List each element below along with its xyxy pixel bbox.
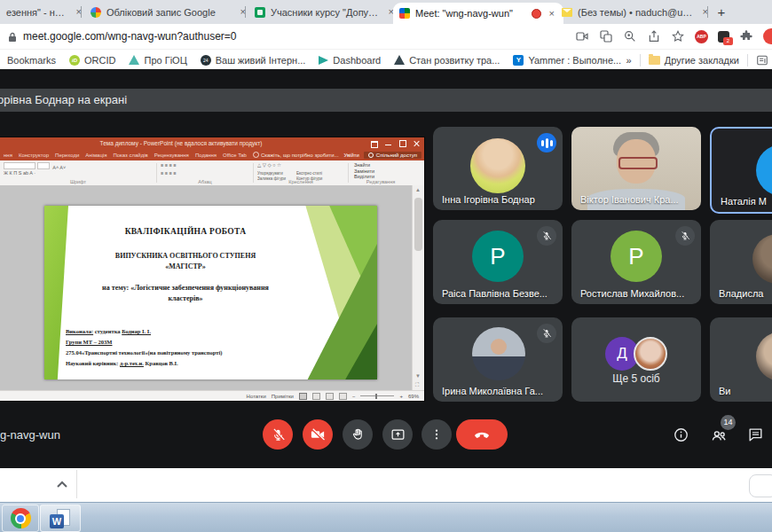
camera-icon[interactable] xyxy=(575,29,589,43)
edge-button[interactable] xyxy=(749,474,772,497)
ribbon-tab-review[interactable]: Рецензування xyxy=(154,153,189,158)
present-button[interactable] xyxy=(382,419,413,450)
participant-name: Віктор Іванович Кра... xyxy=(580,194,696,205)
sign-in-button[interactable]: Увійти xyxy=(343,153,358,158)
avatar xyxy=(470,138,525,193)
bookmarks-overflow-button[interactable]: » xyxy=(626,55,632,66)
slide-subtitle: ВИПУСКНИКА ОСВІТНЬОГО СТУПЕНЯ xyxy=(75,252,296,260)
slideshow-view-icon[interactable] xyxy=(339,393,347,400)
bottom-panel xyxy=(0,468,772,502)
more-options-button[interactable] xyxy=(421,419,452,450)
browser-tab-1[interactable]: езення" - навча × xyxy=(0,0,91,24)
bookmark-orcid[interactable]: iD ORCID xyxy=(69,55,115,66)
bookmark-gioc[interactable]: Про ГіОЦ xyxy=(129,55,186,66)
maximize-icon[interactable] xyxy=(396,137,410,149)
info-button[interactable] xyxy=(673,426,689,443)
translate-icon[interactable] xyxy=(599,29,613,43)
dark-extension-icon[interactable]: 2 xyxy=(718,31,729,43)
participant-name: Наталія М xyxy=(721,196,772,207)
collapse-chevron-icon[interactable] xyxy=(55,479,69,489)
slide-group-line: Групи МТ – 203М xyxy=(66,339,112,345)
comments-button[interactable]: Примітки xyxy=(272,394,294,399)
tab-title: Обліковий запис Google xyxy=(106,7,232,18)
zoom-slider[interactable] xyxy=(360,395,394,396)
zoom-out-button[interactable]: − xyxy=(352,394,356,399)
chat-button[interactable] xyxy=(747,426,764,443)
participant-tile-natalia[interactable]: Наталія М xyxy=(710,127,772,214)
participant-tile-kravtsov[interactable]: Віктор Іванович Кра... xyxy=(571,127,701,210)
divider xyxy=(747,54,748,66)
reading-view-icon[interactable] xyxy=(326,393,334,400)
bookmark-star-icon[interactable] xyxy=(671,29,685,43)
participant-tile-vladyslav[interactable]: Владисла xyxy=(710,220,772,304)
tab-close-icon[interactable]: × xyxy=(700,6,711,18)
new-tab-button[interactable]: + xyxy=(713,4,730,21)
share-button[interactable]: Спільний доступ xyxy=(364,152,421,159)
tab-separator xyxy=(245,6,246,18)
participant-tile-iryna[interactable]: Ірина Миколаївна Га... xyxy=(433,317,563,402)
tab-title: Meet: "wng-navg-wun" xyxy=(415,8,526,19)
bookmark-dashboard[interactable]: Dashboard xyxy=(319,55,381,66)
url-text[interactable]: meet.google.com/wng-navg-wun?authuser=0 xyxy=(23,24,236,49)
end-call-button[interactable] xyxy=(456,419,508,450)
lightbulb-icon xyxy=(253,152,259,158)
extension-badge: 2 xyxy=(723,37,733,45)
bookmarks-bar: Bookmarks iD ORCID Про ГіОЦ 24 Ваш живий… xyxy=(0,49,772,70)
notes-button[interactable]: Нотатки xyxy=(247,394,266,399)
other-bookmarks-folder[interactable]: Другие закладки xyxy=(649,55,739,66)
slide-advisor-line: Науковий керівник: д-р.тех.н. Кравцов В.… xyxy=(66,360,178,366)
tab-close-icon[interactable]: × xyxy=(74,6,84,18)
ribbon-display-options-icon[interactable] xyxy=(367,137,382,149)
chrome-taskbar-button[interactable] xyxy=(2,505,39,532)
ppt-status-bar: Нотатки Примітки − + 69% xyxy=(0,390,424,401)
raise-hand-button[interactable] xyxy=(343,419,373,450)
self-tile[interactable]: Ви xyxy=(710,317,772,402)
word-taskbar-button[interactable]: W xyxy=(40,505,81,532)
zoom-icon[interactable] xyxy=(623,29,637,43)
ribbon-tab-partial[interactable]: ння xyxy=(4,153,12,158)
zoom-in-button[interactable]: + xyxy=(399,394,403,399)
more-participants-tile[interactable]: Д Ще 5 осіб xyxy=(571,317,701,402)
sorter-view-icon[interactable] xyxy=(312,393,320,400)
bookmark-transport[interactable]: Стан розвитку тра... xyxy=(394,55,500,66)
tell-me-box[interactable]: Скажіть, що потрібно зробити... xyxy=(253,152,339,158)
slide-scrollbar[interactable]: ▲ ▼ ⛶ xyxy=(412,185,424,391)
ribbon-tab-transitions[interactable]: Переходи xyxy=(55,153,79,158)
extensions-puzzle-icon[interactable] xyxy=(739,29,753,43)
ribbon-tab-officetab[interactable]: Office Tab xyxy=(223,153,247,158)
mic-button[interactable] xyxy=(263,419,293,450)
browser-tab-3[interactable]: Учасники курсу "Допуск до зах × xyxy=(248,0,403,24)
participant-tile-bodnar[interactable]: Інна Ігорівна Боднар xyxy=(433,127,563,210)
tab-close-icon[interactable]: × xyxy=(238,6,248,18)
participant-name: Ростислав Михайлов... xyxy=(580,288,696,299)
reading-list-icon[interactable] xyxy=(756,54,768,66)
ribbon-tab-view[interactable]: Подання xyxy=(195,153,217,158)
close-icon[interactable] xyxy=(410,137,424,149)
browser-tab-meet-active[interactable]: Meet: "wng-navg-wun" × xyxy=(393,3,563,24)
avatar xyxy=(472,327,525,380)
classroom-icon xyxy=(255,7,265,18)
share-icon[interactable] xyxy=(647,29,661,43)
slide-canvas: КВАЛІФІКАЦІЙНА РОБОТА ВИПУСКНИКА ОСВІТНЬ… xyxy=(0,185,424,391)
ppt-window-title: Тема диплому - PowerPoint (не вдалося ак… xyxy=(0,137,362,149)
ribbon-tab-animations[interactable]: Анімація xyxy=(85,153,106,158)
participant-tile-rostyslav[interactable]: Р Ростислав Михайлов... xyxy=(571,220,701,304)
normal-view-icon[interactable] xyxy=(299,393,307,400)
screen: езення" - навча × Обліковий запис Google… xyxy=(0,0,772,532)
profile-avatar[interactable] xyxy=(763,28,772,44)
browser-tab-5[interactable]: (Без темы) • naduch@ukr.net × xyxy=(555,0,717,24)
zoom-level: 69% xyxy=(408,394,419,399)
ribbon-tab-design[interactable]: Конструктор xyxy=(19,153,49,158)
adblock-extension-icon[interactable]: ABP xyxy=(695,30,708,43)
bookmark-internet[interactable]: 24 Ваш живий Інтерн... xyxy=(201,55,306,66)
browser-tab-2[interactable]: Обліковий запис Google × xyxy=(84,0,255,24)
person-icon xyxy=(368,153,374,158)
participant-tile-raisa[interactable]: Р Раіса Павлівна Безве... xyxy=(433,220,563,304)
minimize-icon[interactable] xyxy=(382,137,396,149)
bookmark-yammer[interactable]: Y Yammer : Выполне... xyxy=(513,55,621,66)
ribbon-tab-slideshow[interactable]: Показ слайдів xyxy=(113,153,147,158)
triangle-icon xyxy=(129,55,139,65)
speaking-indicator xyxy=(537,133,556,153)
camera-button[interactable] xyxy=(303,419,333,450)
bookmark-folder-bookmarks[interactable]: Bookmarks xyxy=(7,55,56,66)
